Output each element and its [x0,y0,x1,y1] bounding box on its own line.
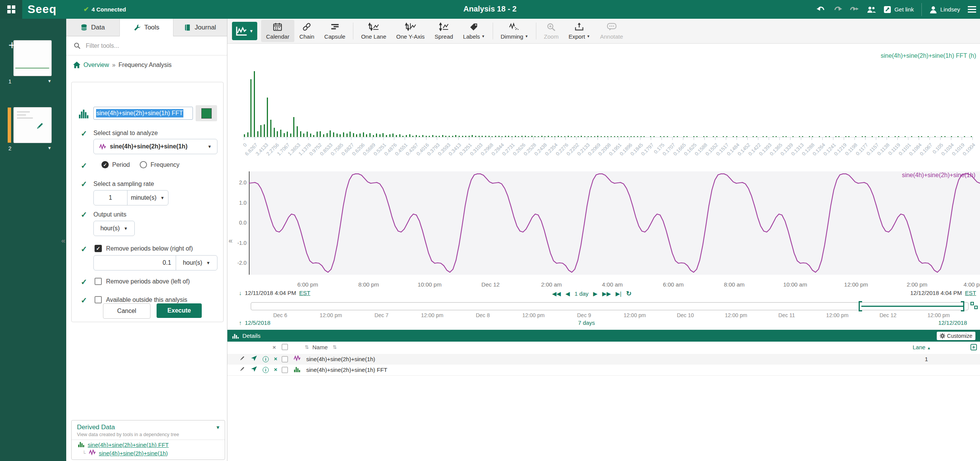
collapse-tools-panel-icon[interactable]: « [229,236,233,245]
output-unit-dropdown[interactable]: hour(s) ▼ [93,221,135,236]
redo-icon[interactable] [833,5,842,14]
worksheet-thumbnail-1[interactable] [14,41,51,76]
sort-icon[interactable]: ⇅ [333,344,337,350]
refresh-icon[interactable]: ↻ [626,290,631,298]
remove-icon[interactable]: × [272,355,279,362]
derived-item-link[interactable]: sine(4h)+sine(2h)+sine(1h) [99,450,168,456]
gear-icon [940,333,945,339]
remove-icon[interactable]: × [272,366,279,373]
toolbar-button-labels[interactable]: Labels▼ [458,20,490,42]
lane-column-header[interactable]: Lane ▲ [913,344,931,350]
signal-select-dropdown[interactable]: sine(4h)+sine(2h)+sine(1h) ▼ [93,139,217,154]
tab-data[interactable]: Data [66,19,120,36]
step-to-end-icon[interactable]: ▶| [616,290,621,297]
get-link-button[interactable]: Get link [884,6,914,13]
step-forward-fast-icon[interactable]: ▶▶ [602,290,611,297]
fft-bar-chart[interactable] [244,71,975,137]
toolbar-button-export[interactable]: Export▼ [564,20,595,42]
details-table-row[interactable]: i×sine(4h)+sine(2h)+sine(1h) FFT [227,365,980,376]
investigate-tick-label: Dec 6 [273,312,287,318]
sampling-rate-input[interactable]: 1 [94,191,127,205]
collapse-worksheet-strip-icon[interactable]: « [61,236,65,245]
toolbar-button-label: Chain [299,33,314,40]
derived-data-item[interactable]: └sine(4h)+sine(2h)+sine(1h) [72,448,225,456]
toolbar-button-capsule[interactable]: Capsule [319,20,350,42]
customize-button[interactable]: Customize [937,332,975,340]
selection-grip-icon[interactable] [970,302,974,305]
breadcrumb-overview-link[interactable]: Overview [83,62,109,68]
toolbar-button-calendar[interactable]: Calendar [261,20,294,42]
home-icon[interactable] [73,62,80,68]
step-back-icon[interactable]: ◀ [565,290,570,297]
execute-button[interactable]: Execute [157,303,202,318]
chevron-down-icon[interactable]: ▾ [48,145,51,151]
name-column-header[interactable]: Name [312,344,328,350]
selection-right-handle[interactable] [961,301,964,311]
worksheet-thumbnail-2[interactable] [14,108,51,143]
range-start-tz[interactable]: EST [299,290,310,296]
range-duration[interactable]: 1 day [575,290,589,297]
fast-forward-icon[interactable] [850,5,859,14]
toolbar-button-dimming[interactable]: Dimming▼ [496,20,533,42]
range-end[interactable]: 12/12/2018 4:04 PM [910,290,962,296]
selection-grip-icon[interactable] [974,306,978,309]
filter-tools-input[interactable] [85,42,209,50]
toolbar-button-spread[interactable]: Spread [430,20,458,42]
row-checkbox[interactable] [282,367,288,373]
add-column-icon[interactable] [970,344,977,350]
selection-left-handle[interactable] [859,301,862,311]
edit-icon[interactable] [238,366,246,373]
range-start[interactable]: 12/11/2018 4:04 PM [245,290,296,296]
investigate-duration[interactable]: 7 days [578,319,595,326]
result-name-input[interactable]: sine(4h)+sine(2h)+sine(1h) FFT [93,107,193,120]
tab-tools[interactable]: Tools [120,19,173,36]
investigate-start[interactable]: 12/5/2018 [245,319,271,326]
investigate-end[interactable]: 12/12/2018 [938,319,967,326]
sort-icon[interactable]: ⇅ [305,344,309,350]
send-icon[interactable] [250,366,258,373]
derived-data-item[interactable]: sine(4h)+sine(2h)+sine(1h) FFT [72,440,225,448]
chevron-down-icon[interactable]: ▾ [216,424,219,431]
toolbar-button-zoom: Zoom [539,20,564,42]
tab-journal[interactable]: Journal [173,19,227,36]
remove-below-unit-dropdown[interactable]: hour(s) ▼ [176,256,217,270]
available-outside-checkbox-row[interactable]: Available outside this analysis [95,296,187,303]
investigate-start-arrow-icon[interactable]: ↑ [239,319,242,326]
color-picker-button[interactable] [196,105,217,121]
chevron-down-icon: ▼ [160,195,165,200]
radio-period[interactable]: ✓ Period [101,161,130,168]
info-icon[interactable]: i [262,366,270,373]
users-icon[interactable] [867,5,876,14]
derived-item-link[interactable]: sine(4h)+sine(2h)+sine(1h) FFT [88,441,169,448]
remove-below-input[interactable]: 0.1 [94,256,176,270]
chevron-down-icon[interactable]: ▾ [48,78,51,84]
range-end-tz[interactable]: EST [965,290,976,296]
toolbar-button-chain[interactable]: Chain [294,20,319,42]
cancel-button[interactable]: Cancel [103,303,150,319]
radio-frequency[interactable]: Frequency [140,161,180,168]
divider [921,3,922,16]
toolbar-button-one-y-axis[interactable]: One Y-Axis [391,20,430,42]
info-icon[interactable]: i [262,355,270,362]
signal-line-chart[interactable] [249,171,980,275]
remove-above-checkbox-row[interactable]: Remove periods above (left of) [95,278,190,285]
undo-icon[interactable] [816,5,825,14]
remove-all-icon[interactable]: × [273,344,276,350]
select-all-checkbox[interactable] [282,344,288,350]
view-selector-button[interactable]: ▼ [232,22,257,40]
user-menu[interactable]: Lindsey [929,6,960,13]
details-table-row[interactable]: i×sine(4h)+sine(2h)+sine(1h)1 [227,354,980,365]
investigate-selection-line[interactable] [861,306,963,307]
hamburger-menu-icon[interactable] [968,6,976,13]
range-start-arrow-icon[interactable]: ↓ [239,290,242,296]
step-forward-icon[interactable]: ▶ [593,290,598,297]
send-icon[interactable] [250,355,258,362]
item-name[interactable]: sine(4h)+sine(2h)+sine(1h) FFT [306,367,387,373]
remove-below-checkbox-row[interactable]: ✓ Remove periods below (right of) [95,245,193,252]
item-name[interactable]: sine(4h)+sine(2h)+sine(1h) [306,356,375,362]
toolbar-button-one-lane[interactable]: One Lane [356,20,391,42]
sampling-unit-dropdown[interactable]: minute(s) ▼ [127,191,168,205]
step-back-fast-icon[interactable]: ◀◀ [552,290,561,297]
row-checkbox[interactable] [282,356,288,362]
edit-icon[interactable] [238,355,246,363]
